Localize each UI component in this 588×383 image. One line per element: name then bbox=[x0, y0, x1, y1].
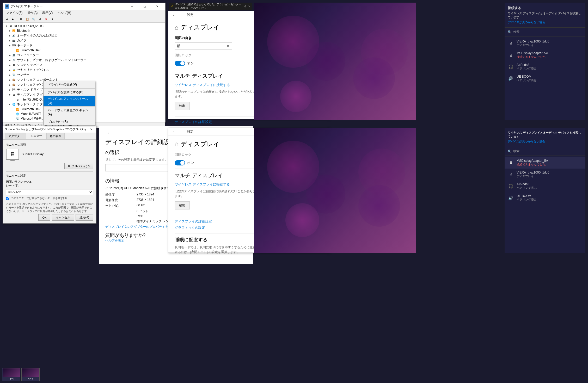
toolbar-btn2[interactable]: 📋 bbox=[24, 17, 30, 22]
panel-header-top: 接続する ワイヤレス ディスプレイとオーディオ デバイスを検索しています デバイ… bbox=[505, 3, 585, 28]
taskbar-thumb-1[interactable]: 1.png bbox=[2, 368, 20, 381]
toolbar-btn4[interactable]: 🖨 bbox=[37, 17, 43, 22]
display-select-dropdown[interactable]: ▼ bbox=[105, 164, 173, 171]
device-name-airpods-bottom: AirPods3 bbox=[517, 182, 582, 186]
search-row-bottom: 🔍 検索 bbox=[505, 147, 585, 156]
tree-item-camera[interactable]: ▶ 📷 カメラ bbox=[4, 38, 164, 43]
orientation-dropdown[interactable]: 横 ▼ bbox=[175, 42, 232, 50]
apply-btn[interactable]: 適用(A) bbox=[76, 214, 93, 221]
tree-item-sound[interactable]: ▶ 🎵 サウンド、ビデオ、およびゲーム コントローラー bbox=[4, 58, 164, 63]
settings-forward-top[interactable]: → bbox=[179, 12, 186, 18]
settings-back-bottom[interactable]: ← bbox=[170, 129, 178, 135]
toolbar-forward[interactable]: ► bbox=[10, 17, 16, 22]
tree-item-bluetooth[interactable]: ▶ 📶 Bluetooth bbox=[4, 28, 164, 33]
settings-back-top[interactable]: ← bbox=[170, 12, 178, 18]
device-status-ueboom-bottom: ペアリング済み bbox=[517, 198, 582, 202]
ctx-sep1 bbox=[44, 88, 95, 89]
detect-button-bottom[interactable]: 検出 bbox=[175, 201, 190, 209]
warning-text: デバイスに接続できませんでした。アクション センターから再接続してみてくだ... bbox=[175, 3, 243, 10]
tree-item-sysdev[interactable]: ▶ ⚙ システム デバイス bbox=[4, 63, 164, 67]
settings-forward-bottom[interactable]: → bbox=[179, 129, 186, 135]
tree-item-bt-dev[interactable]: 📶 Bluetooth Dev bbox=[4, 48, 164, 53]
tab-monitor[interactable]: モニター bbox=[27, 133, 45, 139]
device-info-airpods-bottom: AirPods3 ペアリング済み bbox=[517, 182, 582, 190]
search-icon-top: 🔍 bbox=[508, 30, 512, 34]
device-ueboom-top[interactable]: 🔊 UE BOOM ペアリング済み bbox=[505, 73, 585, 84]
device-info-msdisplay-bottom: MSDisplayAdapter_5A 接続できませんでした。 bbox=[517, 159, 582, 166]
detect-button-top[interactable]: 検出 bbox=[175, 102, 190, 110]
not-found-link-bottom[interactable]: デバイスが見つからない場合 bbox=[508, 140, 582, 144]
btd2-label: Bluetooth Dev... bbox=[21, 107, 43, 111]
audio-arrow: ▶ bbox=[8, 34, 11, 37]
connection-warning-bar: ⚠ デバイスに接続できませんでした。アクション センターから再接続してみてくだ.… bbox=[169, 3, 252, 10]
tree-item-sensor[interactable]: ▶ 📡 センサー bbox=[4, 72, 164, 77]
panel-title-top: 接続する bbox=[508, 6, 582, 10]
menu-action[interactable]: 操作(A) bbox=[25, 10, 40, 16]
taskbar-thumb-2[interactable]: 2.png bbox=[21, 368, 40, 381]
bubble5 bbox=[353, 57, 395, 99]
msw-arrow bbox=[12, 117, 15, 120]
ctx-uninstall-device[interactable]: デバイスのアンインストール(U) bbox=[44, 96, 95, 106]
btd2-arrow bbox=[12, 108, 15, 111]
close-button[interactable]: ✕ bbox=[151, 3, 163, 10]
swc-icon: 📦 bbox=[12, 78, 16, 82]
device-status-ueboom-top: ペアリング済み bbox=[517, 78, 582, 82]
ok-btn[interactable]: OK bbox=[38, 214, 50, 221]
menu-help[interactable]: ヘルプ(H) bbox=[55, 10, 73, 16]
toolbar-btn1[interactable]: 🖥 bbox=[18, 17, 24, 22]
minimize-button[interactable]: ─ bbox=[126, 3, 138, 10]
device-airpods-top[interactable]: 🎧 AirPods3 ペアリング済み bbox=[505, 61, 585, 73]
tree-item-security[interactable]: ▶ 🔒 セキュリティ デバイス bbox=[4, 67, 164, 72]
tree-item-computer[interactable]: ▶ 💻 コンピューター bbox=[4, 53, 164, 58]
props-close[interactable]: ✕ bbox=[88, 127, 94, 132]
warning-close-icon[interactable]: ✕ bbox=[248, 5, 250, 8]
kb-arrow: ▶ bbox=[8, 44, 11, 47]
not-found-link-top[interactable]: デバイスが見つからない場合 bbox=[508, 20, 582, 24]
window-title: デバイス マネージャー bbox=[11, 4, 43, 9]
device-ueboom-bottom[interactable]: 🔊 UE BOOM ペアリング済み bbox=[505, 192, 585, 204]
props-info: このチェック ボックスをオフにすると、このモニターで正しく表示できないモードを選… bbox=[6, 202, 93, 213]
maximize-button[interactable]: □ bbox=[139, 3, 151, 10]
display-detail-link-top[interactable]: ディスプレイの詳細設定 bbox=[175, 120, 323, 124]
btdev-label: Bluetooth Dev bbox=[21, 48, 40, 52]
toolbar-back[interactable]: ◄ bbox=[4, 17, 10, 22]
kb-label: キーボード bbox=[17, 43, 33, 48]
tab-adapter[interactable]: アダプター bbox=[5, 133, 26, 139]
menu-file[interactable]: ファイル(F) bbox=[4, 10, 24, 16]
ctx-properties[interactable]: プロパティ(R) bbox=[44, 119, 95, 125]
wireless-panel-top: 接続する ワイヤレス ディスプレイとオーディオ デバイスを検索しています デバイ… bbox=[505, 3, 585, 120]
refresh-rate-select-row: 60 ヘルツ bbox=[6, 189, 93, 195]
toggle-switch-bottom[interactable] bbox=[175, 160, 185, 165]
hide-modes-checkbox[interactable] bbox=[6, 197, 9, 200]
toolbar-btn3[interactable]: 🔍 bbox=[31, 17, 36, 22]
toolbar-btn6[interactable]: ℹ bbox=[50, 17, 55, 22]
settings-title-bottom: 設定 bbox=[187, 129, 193, 134]
props-title: Surface Display および Intel(R) UHD Graphic… bbox=[5, 127, 87, 131]
device-msdisplay-bottom[interactable]: 🖥 MSDisplayAdapter_5A 接続できませんでした。 bbox=[505, 157, 585, 169]
device-status-msdisplay-top: 接続できませんでした。 bbox=[517, 55, 582, 59]
rotation-lock-label-bottom: 回転ロック bbox=[175, 152, 192, 157]
detail-back-btn[interactable]: ← bbox=[105, 130, 113, 136]
tree-item-keyboard[interactable]: ▶ ⌨ キーボード bbox=[4, 43, 164, 48]
device-airpods-bottom[interactable]: 🎧 AirPods3 ペアリング済み bbox=[505, 180, 585, 192]
tree-item-audio[interactable]: ▶ 🔊 オーディオの入力および出力 bbox=[4, 33, 164, 38]
cancel-btn[interactable]: キャンセル bbox=[52, 214, 74, 221]
device-viera-bottom[interactable]: 🖥 VIERA_thgz1000_1dd0 ディスプレイ bbox=[505, 169, 585, 180]
device-viera-top[interactable]: 🖥 VIERA_thgz1000_1dd0 ディスプレイ bbox=[505, 38, 585, 49]
toggle-switch-top[interactable] bbox=[175, 61, 185, 66]
ctx-disable-device[interactable]: デバイスを無効にする(D) bbox=[44, 89, 95, 96]
menu-view[interactable]: 表示(V) bbox=[40, 10, 55, 16]
tab-color[interactable]: 色の管理 bbox=[46, 133, 65, 139]
refresh-rate-row: 画面のリフレッシュ レート(S): bbox=[6, 180, 93, 188]
ctx-scan-hardware[interactable]: ハードウェア変更のスキャン(A) bbox=[44, 107, 95, 117]
toolbar-btn5[interactable]: ✕ bbox=[43, 17, 49, 22]
refresh-rate-select[interactable]: 60 ヘルツ bbox=[6, 189, 93, 195]
device-icon-speaker-top: 🔊 bbox=[508, 76, 514, 82]
device-msdisplay-top[interactable]: 🖥 MSDisplayAdapter_5A 接続できませんでした。 bbox=[505, 49, 585, 61]
marv-label: Marvell AVAST bbox=[21, 112, 41, 116]
device-list-bottom: 🖥 MSDisplayAdapter_5A 接続できませんでした。 🖥 VIER… bbox=[505, 156, 585, 205]
ctx-update-driver[interactable]: ドライバーの更新(P) bbox=[44, 81, 95, 88]
props-properties-btn[interactable]: ⚙ プロパティ(P) bbox=[64, 163, 93, 169]
tree-root[interactable]: ▼ 🖥 DESKTOP-46QV91C bbox=[4, 24, 164, 28]
warning-settings-icon[interactable]: ⚙ bbox=[244, 5, 247, 8]
